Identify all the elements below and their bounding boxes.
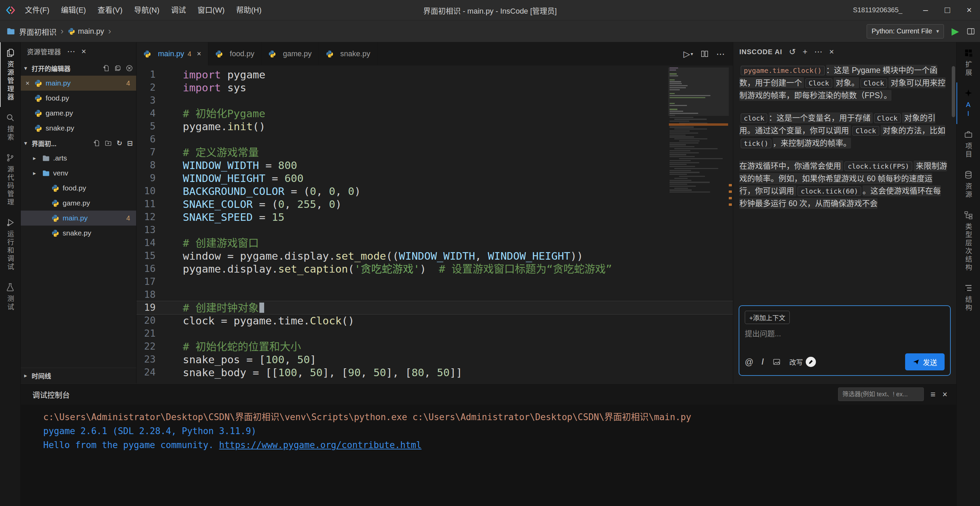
code-line[interactable]: 23snake_pos = [100, 50] (137, 353, 733, 366)
console-link[interactable]: https://www.pygame.org/contribute.html (219, 440, 422, 450)
run-file-button[interactable]: ▷▾ (684, 49, 693, 59)
workspace-folder-section[interactable]: ▾ 界面初... ↻ ⊟ (21, 136, 136, 151)
menu-edit[interactable]: 编辑(E) (55, 0, 92, 21)
ai-question-input[interactable] (745, 329, 945, 338)
code-line[interactable]: 8WINDOW_WIDTH = 800 (137, 159, 733, 172)
slash-commands-icon[interactable]: / (762, 358, 764, 367)
scrollbar[interactable] (952, 66, 955, 117)
code-line[interactable]: 22# 初始化蛇的位置和大小 (137, 340, 733, 353)
code-line[interactable]: 14# 创建游戏窗口 (137, 236, 733, 249)
minimize-button[interactable]: – (915, 0, 936, 21)
menu-file[interactable]: 文件(F) (19, 0, 55, 21)
tab-main-py[interactable]: main.py 4 × (137, 42, 208, 65)
tree-item-snake-py[interactable]: snake.py (21, 225, 136, 241)
activitybar-item-search[interactable]: 搜索 (0, 107, 21, 147)
maximize-button[interactable]: □ (936, 0, 958, 21)
code-line[interactable]: 10BACKGROUND_COLOR = (0, 0, 0) (137, 185, 733, 198)
new-folder-icon[interactable] (105, 140, 111, 147)
code-line[interactable]: 7# 定义游戏常量 (137, 146, 733, 159)
activitybar-item-testing[interactable]: 测试 (0, 277, 21, 317)
code-editor[interactable]: 1import pygame2import sys34# 初始化Pygame5p… (137, 65, 733, 383)
tree-item-game-py[interactable]: game.py (21, 196, 136, 211)
tree-item-food-py[interactable]: food.py (21, 180, 136, 196)
new-chat-icon[interactable]: + (803, 47, 807, 57)
activitybar-item-source-control[interactable]: 源代码管理 (0, 147, 21, 212)
tree-item-main-py[interactable]: main.py 4 (21, 211, 136, 225)
run-button[interactable]: ▶ (951, 26, 959, 37)
close-icon[interactable]: × (25, 80, 34, 87)
more-actions-icon[interactable]: ⋯ (814, 47, 822, 57)
open-editors-section[interactable]: ▾ 打开的编辑器 (21, 61, 136, 76)
code-line[interactable]: 13 (137, 223, 733, 236)
close-sidebar-icon[interactable]: × (81, 47, 86, 56)
add-context-button[interactable]: +添加上下文 (745, 311, 790, 324)
console-line[interactable]: Hello from the pygame community. https:/… (43, 438, 956, 452)
tree-item-venv-folder[interactable]: ▸ venv (21, 166, 136, 180)
close-window-button[interactable]: × (958, 0, 980, 21)
code-line[interactable]: 3 (137, 94, 733, 107)
history-icon[interactable]: ↺ (789, 47, 796, 57)
code-line[interactable]: 18 (137, 288, 733, 301)
timeline-section[interactable]: ▸ 时间线 (21, 368, 136, 383)
panel-tab-debug-console[interactable]: 调试控制台 (32, 389, 70, 400)
code-line[interactable]: 6 (137, 133, 733, 146)
activitybar-item-resources[interactable]: 资源 (956, 164, 980, 204)
activitybar-item-ai[interactable]: AI (956, 83, 980, 124)
activitybar-item-extensions[interactable]: 扩展 (956, 42, 980, 83)
code-line[interactable]: 24snake_body = [[100, 50], [90, 50], [80… (137, 366, 733, 379)
open-editor-main-py[interactable]: × main.py 4 (21, 76, 136, 91)
breadcrumb-project[interactable]: 界面初相识 (19, 26, 57, 37)
menu-debug[interactable]: 调试 (165, 0, 192, 21)
collapse-all-icon[interactable]: ⊟ (127, 139, 133, 147)
activitybar-item-explorer[interactable]: 资源管理器 (0, 42, 21, 107)
console-line[interactable]: c:\Users\Administrator\Desktop\CSDN\界面初相… (43, 410, 956, 424)
code-line[interactable]: 20clock = pygame.time.Clock() (137, 314, 733, 327)
breadcrumb-file[interactable]: main.py (78, 27, 104, 36)
activitybar-item-structure[interactable]: 结构 (956, 277, 980, 318)
close-all-icon[interactable] (126, 65, 133, 72)
new-file-icon[interactable] (93, 140, 100, 147)
tree-item-arts-folder[interactable]: ▸ .arts (21, 151, 136, 166)
image-icon[interactable] (772, 358, 781, 366)
code-line[interactable]: 5pygame.init() (137, 120, 733, 133)
code-line[interactable]: 17 (137, 275, 733, 288)
code-line[interactable]: 4# 初始化Pygame (137, 107, 733, 120)
open-editor-food-py[interactable]: food.py (21, 91, 136, 105)
rewrite-button[interactable]: 改写 (789, 357, 816, 367)
menu-view[interactable]: 查看(V) (92, 0, 128, 21)
code-line[interactable]: 9WINDOW_HEIGHT = 600 (137, 172, 733, 185)
mention-icon[interactable]: @ (745, 357, 753, 367)
console-output[interactable]: c:\Users\Administrator\Desktop\CSDN\界面初相… (21, 405, 956, 506)
account-id[interactable]: S18119206365_ (853, 6, 902, 14)
console-filter-input[interactable] (838, 388, 924, 401)
menu-window[interactable]: 窗口(W) (192, 0, 230, 21)
tab-snake-py[interactable]: snake.py (319, 42, 377, 65)
layout-icon[interactable] (966, 27, 975, 36)
code-line[interactable]: 2import sys (137, 81, 733, 94)
python-env-selector[interactable]: Python: Current File ▾ (867, 24, 944, 38)
open-editor-snake-py[interactable]: snake.py (21, 121, 136, 136)
split-editor-icon[interactable] (700, 50, 709, 58)
code-line[interactable]: 12SNAKE_SPEED = 15 (137, 211, 733, 223)
more-actions-icon[interactable]: ⋯ (716, 49, 725, 59)
code-line[interactable]: 16pygame.display.set_caption('贪吃蛇游戏') # … (137, 262, 733, 275)
minimap[interactable] (670, 67, 727, 383)
save-all-icon[interactable] (115, 65, 121, 72)
close-panel-icon[interactable]: × (829, 47, 834, 57)
menu-help[interactable]: 帮助(H) (231, 0, 267, 21)
open-editor-game-py[interactable]: game.py (21, 105, 136, 121)
code-line[interactable]: 11SNAKE_COLOR = (0, 255, 0) (137, 198, 733, 211)
close-tab-icon[interactable]: × (197, 49, 201, 58)
code-line[interactable]: 21 (137, 327, 733, 340)
send-button[interactable]: 发送 (905, 353, 945, 370)
menu-navigate[interactable]: 导航(N) (128, 0, 165, 21)
code-line[interactable]: 15window = pygame.display.set_mode((WIND… (137, 249, 733, 262)
ai-input-box[interactable]: +添加上下文 @ / 改写 (739, 305, 951, 376)
activitybar-item-type-hierarchy[interactable]: 类型层次结构 (956, 204, 980, 277)
activitybar-item-project[interactable]: 项目 (956, 124, 980, 164)
minimap-viewport[interactable] (668, 67, 729, 116)
code-line[interactable]: 1import pygame (137, 68, 733, 81)
close-panel-icon[interactable]: × (942, 389, 947, 399)
tab-food-py[interactable]: food.py (208, 42, 261, 65)
refresh-icon[interactable]: ↻ (116, 139, 122, 147)
